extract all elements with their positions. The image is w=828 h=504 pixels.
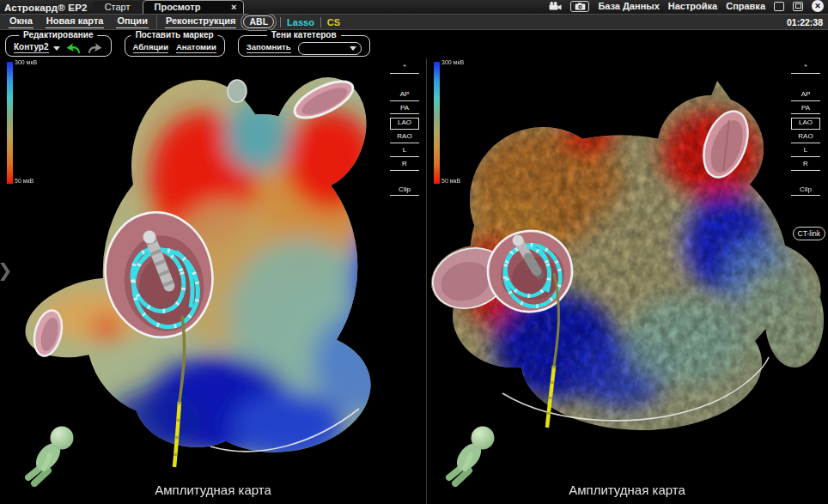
- chevron-down-icon: [350, 46, 356, 51]
- menu-database[interactable]: База Данных: [598, 1, 659, 11]
- menu-new-map[interactable]: Новая карта: [46, 16, 105, 28]
- group-catheter-shadows: Тени катетеров Запомнить: [238, 35, 370, 57]
- tab-view[interactable]: Просмотр ×: [143, 0, 244, 14]
- view-button-pa[interactable]: PA: [390, 105, 419, 115]
- separator: [280, 17, 281, 27]
- group-editing: Редактирование Контур2: [5, 35, 112, 57]
- viewport-right[interactable]: 300 мкВ 50 мкВ * AP PA LAO RAO L R Clip …: [427, 58, 827, 504]
- shadow-select[interactable]: [298, 42, 362, 55]
- view-button-ap[interactable]: AP: [390, 91, 419, 101]
- undo-icon[interactable]: [65, 42, 82, 54]
- view-button-lao[interactable]: LAO: [791, 118, 820, 130]
- left-heart-model: [0, 58, 426, 504]
- right-heart-model: [427, 58, 827, 504]
- view-button-r[interactable]: R: [791, 161, 820, 171]
- map-area: 300 мкВ 50 мкВ ❯ * AP PA LAO RAO L R Cli…: [0, 58, 828, 504]
- tab-view-label: Просмотр: [155, 2, 201, 12]
- view-button-l[interactable]: L: [390, 147, 419, 157]
- orientation-figure: [28, 427, 74, 484]
- scale-min-label: 50 мкВ: [441, 178, 460, 184]
- menu-help[interactable]: Справка: [726, 1, 765, 11]
- chevron-down-icon[interactable]: [53, 46, 60, 51]
- cs-catheter-label[interactable]: CS: [327, 17, 340, 27]
- map-caption-left: Амплитудная карта: [0, 483, 426, 497]
- view-button-reset[interactable]: *: [791, 64, 820, 74]
- photo-camera-icon[interactable]: [570, 1, 589, 12]
- app-title: Астрокард® EP2: [0, 3, 93, 14]
- remember-shadow-button[interactable]: Запомнить: [247, 43, 291, 53]
- viewport-left[interactable]: 300 мкВ 50 мкВ ❯ * AP PA LAO RAO L R Cli…: [0, 58, 426, 504]
- view-button-ap[interactable]: AP: [791, 91, 820, 101]
- separator: [156, 15, 157, 29]
- maximize-button[interactable]: [793, 2, 803, 11]
- scale-min-label: 50 мкВ: [15, 178, 33, 184]
- vein-stump: [228, 80, 247, 102]
- group-place-marker: Поставить маркер Абляции Анатомии: [125, 35, 225, 57]
- app-window: Астрокард® EP2 Старт Просмотр × База Дан: [0, 0, 828, 504]
- view-button-l[interactable]: L: [791, 147, 820, 157]
- group-catheter-shadows-title: Тени катетеров: [267, 30, 341, 39]
- view-button-clip[interactable]: Clip: [390, 186, 419, 197]
- view-buttons-left: * AP PA LAO RAO L R Clip: [387, 64, 422, 199]
- redo-icon[interactable]: [87, 42, 103, 54]
- voltage-colorbar: [7, 62, 13, 184]
- voltage-colorbar: [434, 62, 440, 184]
- view-buttons-right: * AP PA LAO RAO L R Clip: [788, 64, 823, 199]
- panel-expand-icon[interactable]: ❯: [0, 261, 13, 279]
- view-button-lao[interactable]: LAO: [390, 118, 419, 130]
- menu-windows[interactable]: Окна: [9, 16, 33, 28]
- view-button-reset[interactable]: *: [390, 64, 419, 74]
- view-button-clip[interactable]: Clip: [791, 186, 820, 197]
- session-clock: 01:22:38: [787, 17, 823, 27]
- view-button-rao[interactable]: RAO: [390, 133, 419, 143]
- orientation-figure: [449, 427, 495, 484]
- view-button-pa[interactable]: PA: [791, 105, 820, 115]
- anatomy-markers-button[interactable]: Анатомии: [176, 43, 216, 53]
- scale-max-label: 300 мкВ: [441, 59, 464, 65]
- scale-max-label: 300 мкВ: [15, 59, 37, 65]
- map-caption-right: Амплитудная карта: [427, 483, 827, 497]
- contour-select[interactable]: Контур2: [14, 43, 49, 53]
- menu-settings[interactable]: Настройка: [668, 1, 717, 11]
- group-editing-title: Редактирование: [19, 30, 97, 39]
- menubar: Окна Новая карта Опции Реконструкция ABL…: [0, 14, 828, 30]
- toolbar: Редактирование Контур2 Поставить маркер …: [0, 30, 828, 58]
- lasso-catheter-label[interactable]: Lasso: [287, 17, 314, 27]
- close-button[interactable]: ✕: [812, 0, 824, 12]
- view-button-r[interactable]: R: [390, 161, 419, 171]
- view-button-rao[interactable]: RAO: [791, 133, 820, 143]
- menu-reconstruction[interactable]: Реконструкция: [165, 16, 237, 28]
- separator: [320, 17, 321, 27]
- tab-start[interactable]: Старт: [93, 1, 143, 14]
- tab-close-icon[interactable]: ×: [231, 2, 236, 12]
- ct-link-button[interactable]: CT-link: [793, 227, 825, 240]
- abl-catheter-button[interactable]: ABL: [243, 15, 274, 28]
- group-place-marker-title: Поставить маркер: [131, 30, 218, 39]
- ablation-markers-button[interactable]: Абляции: [133, 43, 168, 53]
- video-camera-icon[interactable]: [549, 2, 562, 10]
- titlebar: Астрокард® EP2 Старт Просмотр × База Дан: [0, 0, 828, 14]
- minimize-button[interactable]: [774, 2, 784, 11]
- menu-options[interactable]: Опции: [116, 16, 149, 28]
